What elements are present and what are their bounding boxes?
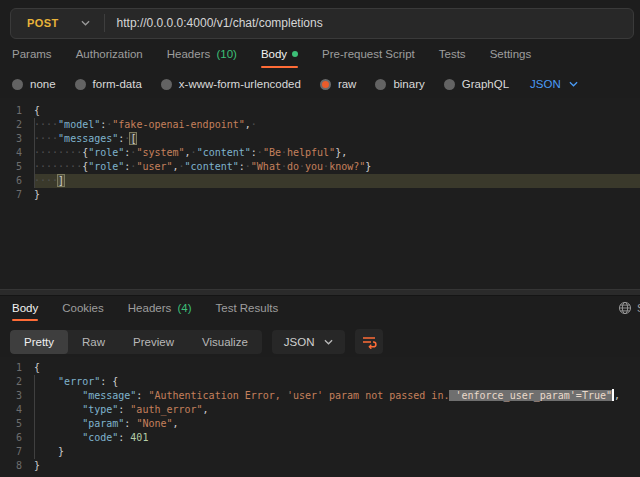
code-token: "content" [185, 161, 239, 172]
line-content: } [34, 459, 640, 473]
url-input[interactable]: http://0.0.0.0:4000/v1/chat/completions [105, 16, 335, 30]
code-token: "role" [88, 147, 124, 158]
code-line[interactable]: 8} [0, 459, 640, 473]
request-language-dropdown[interactable]: JSON [530, 78, 578, 90]
code-token: "error" [58, 376, 100, 387]
response-tab-cookies[interactable]: Cookies [62, 302, 104, 321]
code-token: do [287, 161, 299, 172]
request-body-editor[interactable]: 1{2····"model":·"fake-openai-endpoint",·… [0, 98, 640, 289]
code-line[interactable]: 4 "type": "auth_error", [0, 403, 640, 417]
tab-label: Pre-request Script [322, 48, 415, 60]
wrap-line-button[interactable] [355, 329, 383, 354]
tab-label: Body [261, 48, 287, 60]
tab-params[interactable]: Params [12, 48, 52, 68]
code-line[interactable]: 2 "error": { [0, 375, 640, 389]
code-token: : [136, 390, 148, 401]
view-visualize[interactable]: Visualize [188, 330, 262, 354]
body-mode-label: raw [338, 78, 357, 90]
line-content: ····"model":·"fake-openai-endpoint",· [34, 118, 640, 132]
body-mode-raw[interactable]: raw [320, 78, 357, 90]
response-tab-body[interactable]: Body [12, 302, 38, 321]
method-dropdown[interactable]: POST [11, 17, 104, 29]
response-tab-headers[interactable]: Headers (4) [128, 302, 192, 321]
code-token [34, 418, 82, 429]
response-language-label: JSON [284, 336, 315, 348]
response-language-dropdown[interactable]: JSON [272, 330, 346, 354]
body-mode-graphql[interactable]: GraphQL [444, 78, 509, 90]
code-token: · [251, 119, 257, 130]
tab-authorization[interactable]: Authorization [76, 48, 143, 68]
code-token: "messages" [58, 133, 118, 144]
line-number: 2 [0, 118, 34, 132]
body-mode-none[interactable]: none [12, 78, 56, 90]
response-tabs: BodyCookiesHeaders (4)Test Results S [0, 296, 640, 324]
tab-body[interactable]: Body [261, 48, 298, 68]
code-line[interactable]: 7} [0, 188, 640, 202]
view-pretty[interactable]: Pretty [10, 330, 68, 354]
tab-headers[interactable]: Headers (10) [167, 48, 237, 68]
body-mode-form-data[interactable]: form-data [75, 78, 142, 90]
code-line[interactable]: 1{ [0, 104, 640, 118]
response-tab-test-results[interactable]: Test Results [216, 302, 279, 321]
indent-guide [34, 160, 35, 174]
unsaved-changes-dot-icon [292, 51, 298, 57]
code-line[interactable]: 3····"messages":·[ [0, 132, 640, 146]
line-content: ····] [34, 174, 640, 188]
line-content: ········{"role":·"user",·"content":·"Wha… [34, 160, 640, 174]
code-line[interactable]: 6····] [0, 174, 640, 188]
body-mode-x-www-form-urlencoded[interactable]: x-www-form-urlencoded [161, 78, 301, 90]
code-token: } [34, 460, 40, 471]
code-token: ········ [34, 147, 82, 158]
view-raw[interactable]: Raw [68, 330, 119, 354]
line-number: 7 [0, 445, 34, 459]
line-number: 4 [0, 146, 34, 160]
indent-guide [34, 417, 35, 431]
tab-pre-request-script[interactable]: Pre-request Script [322, 48, 415, 68]
code-line[interactable]: 2····"model":·"fake-openai-endpoint",· [0, 118, 640, 132]
response-body-editor[interactable]: 1{2 "error": {3 "message": "Authenticati… [0, 357, 640, 477]
indent-guide [34, 431, 35, 445]
line-content: { [34, 361, 640, 375]
code-line[interactable]: 6 "code": 401 [0, 431, 640, 445]
radio-icon [75, 79, 86, 90]
code-line[interactable]: 7 } [0, 445, 640, 459]
code-line[interactable]: 5 "param": "None", [0, 417, 640, 431]
radio-icon [444, 79, 455, 90]
code-line[interactable]: 4········{"role":·"system",·"content":·"… [0, 146, 640, 160]
code-token: [ [130, 133, 136, 144]
request-url-bar-row: POST http://0.0.0.0:4000/v1/chat/complet… [0, 0, 640, 46]
code-token: ···· [34, 119, 58, 130]
code-token: "fake-openai-endpoint" [112, 119, 244, 130]
line-content: "message": "Authentication Error, 'user'… [34, 389, 640, 403]
tab-tests[interactable]: Tests [439, 48, 466, 68]
chevron-down-icon [569, 81, 578, 87]
radio-icon [161, 79, 172, 90]
code-token: , [173, 418, 179, 429]
view-preview[interactable]: Preview [119, 330, 188, 354]
code-token: know?" [329, 161, 365, 172]
code-token: "role" [88, 161, 124, 172]
indent-guide [34, 174, 35, 188]
code-line[interactable]: 1{ [0, 361, 640, 375]
tab-settings[interactable]: Settings [490, 48, 532, 68]
radio-icon [320, 79, 331, 90]
code-token: you [305, 161, 323, 172]
code-token: : [118, 404, 130, 415]
tab-count-badge: (4) [174, 302, 191, 314]
code-token: "user" [136, 161, 172, 172]
method-label: POST [27, 17, 59, 29]
line-content: "type": "auth_error", [34, 403, 640, 417]
body-mode-label: form-data [93, 78, 142, 90]
url-bar: POST http://0.0.0.0:4000/v1/chat/complet… [10, 8, 634, 39]
tab-label: Headers [128, 302, 171, 314]
code-token [34, 404, 82, 415]
pane-divider[interactable] [0, 289, 640, 296]
line-number: 3 [0, 389, 34, 403]
code-line[interactable]: 3 "message": "Authentication Error, 'use… [0, 389, 640, 403]
body-mode-binary[interactable]: binary [375, 78, 424, 90]
globe-icon[interactable] [618, 301, 632, 315]
body-mode-selector: noneform-datax-www-form-urlencodedrawbin… [0, 70, 640, 98]
code-line[interactable]: 5········{"role":·"user",·"content":·"Wh… [0, 160, 640, 174]
code-token: "Authentication Error, 'user' param not … [148, 390, 449, 401]
body-mode-label: binary [393, 78, 424, 90]
